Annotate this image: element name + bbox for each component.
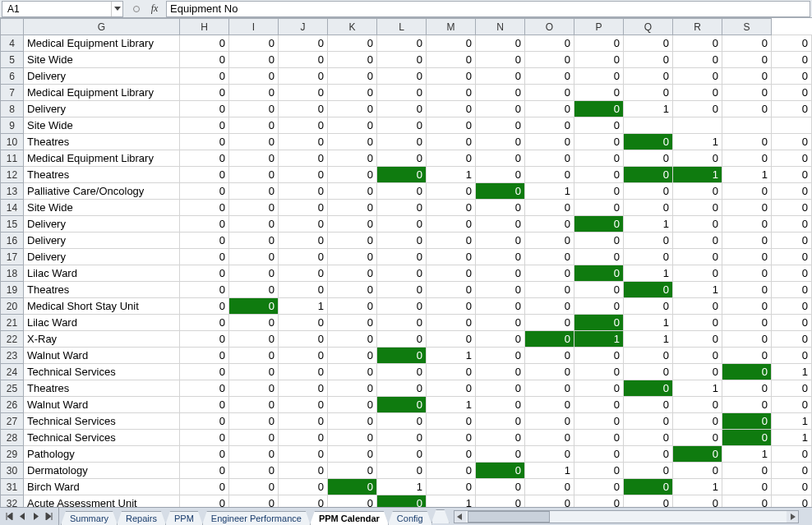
cell[interactable]: 0 (722, 249, 772, 265)
cell[interactable]: 0 (525, 249, 574, 265)
row-header[interactable]: 31 (1, 479, 24, 495)
cell[interactable]: 0 (476, 183, 525, 200)
cell[interactable]: 0 (229, 380, 279, 397)
cell[interactable]: 0 (180, 380, 229, 397)
cell[interactable]: 0 (722, 430, 772, 446)
cell[interactable]: 0 (328, 35, 377, 52)
cell[interactable]: 0 (574, 249, 624, 265)
cell[interactable]: 0 (525, 495, 574, 508)
row-header[interactable]: 4 (1, 35, 24, 52)
row-header[interactable]: 24 (1, 364, 24, 380)
cell[interactable]: 0 (427, 101, 476, 117)
cell[interactable]: 1 (279, 298, 328, 315)
cell[interactable]: 0 (279, 479, 328, 495)
cell[interactable]: 0 (377, 463, 427, 479)
cell[interactable]: 1 (525, 463, 574, 479)
cell[interactable]: Lilac Ward (24, 265, 180, 282)
cell[interactable]: 0 (574, 150, 624, 167)
row-header[interactable]: 13 (1, 183, 24, 200)
cell[interactable]: 0 (328, 430, 377, 446)
cell[interactable]: X-Ray (24, 331, 180, 348)
name-box[interactable]: A1 (2, 1, 123, 17)
cell[interactable]: 0 (673, 183, 722, 200)
cell[interactable]: 0 (229, 331, 279, 348)
tab-nav-prev[interactable] (16, 510, 29, 523)
cell[interactable]: 0 (377, 348, 427, 364)
cell[interactable]: Theatres (24, 167, 180, 183)
cell[interactable]: 0 (328, 150, 377, 167)
cell[interactable]: 0 (476, 446, 525, 463)
cell[interactable]: 0 (180, 397, 229, 413)
row-header[interactable]: 16 (1, 233, 24, 249)
cell[interactable]: 0 (624, 85, 673, 101)
sheet-tab[interactable]: Config (388, 511, 432, 525)
new-sheet-tab[interactable] (431, 509, 450, 523)
cell[interactable]: 0 (279, 463, 328, 479)
cell[interactable]: 0 (673, 233, 722, 249)
row-header[interactable]: 11 (1, 150, 24, 167)
cell[interactable]: 0 (525, 216, 574, 233)
cell[interactable]: 0 (624, 446, 673, 463)
cell[interactable]: 0 (279, 495, 328, 508)
cell[interactable]: Technical Services (24, 430, 180, 446)
formula-input[interactable]: Equipment No (166, 1, 810, 17)
cell[interactable]: 0 (722, 364, 772, 380)
cell[interactable]: 0 (722, 282, 772, 298)
cell[interactable]: 0 (624, 167, 673, 183)
cell[interactable]: 0 (574, 413, 624, 430)
cell[interactable]: 0 (229, 85, 279, 101)
cell[interactable]: 0 (229, 479, 279, 495)
row-header[interactable]: 23 (1, 348, 24, 364)
cell[interactable]: 0 (180, 463, 229, 479)
cell[interactable]: 0 (377, 298, 427, 315)
cell[interactable]: 0 (624, 364, 673, 380)
cell[interactable]: 0 (525, 233, 574, 249)
cell[interactable]: 0 (279, 216, 328, 233)
cell[interactable]: 0 (427, 298, 476, 315)
cell[interactable]: 0 (180, 446, 229, 463)
cell[interactable]: 0 (574, 233, 624, 249)
sheet-tab[interactable]: Repairs (117, 511, 166, 525)
cell[interactable]: 0 (673, 446, 722, 463)
cell[interactable]: 0 (574, 183, 624, 200)
column-header[interactable]: P (574, 19, 624, 35)
cell[interactable]: 0 (279, 134, 328, 150)
cell[interactable]: 1 (624, 216, 673, 233)
cell[interactable]: 0 (772, 216, 812, 233)
cell[interactable]: 1 (673, 167, 722, 183)
cell[interactable]: 0 (427, 233, 476, 249)
cell[interactable]: 0 (476, 233, 525, 249)
row-header[interactable]: 10 (1, 134, 24, 150)
sheet-tab[interactable]: Engineer Performance (202, 511, 311, 525)
cell[interactable]: 0 (525, 413, 574, 430)
cell[interactable]: 0 (772, 101, 812, 117)
cell[interactable] (772, 117, 812, 134)
cell[interactable]: 0 (476, 68, 525, 85)
cell[interactable]: 0 (722, 298, 772, 315)
cell[interactable]: 0 (476, 331, 525, 348)
cell[interactable]: 0 (525, 348, 574, 364)
cell[interactable]: Delivery (24, 233, 180, 249)
cell[interactable]: 0 (574, 348, 624, 364)
cell[interactable]: 0 (722, 200, 772, 216)
cell[interactable]: 0 (525, 446, 574, 463)
cell[interactable]: 0 (180, 85, 229, 101)
cell[interactable]: Lilac Ward (24, 315, 180, 331)
cell[interactable]: 0 (377, 68, 427, 85)
cell[interactable]: 0 (574, 495, 624, 508)
cell[interactable]: 0 (229, 495, 279, 508)
cell[interactable]: 0 (772, 68, 812, 85)
cell[interactable]: 0 (525, 364, 574, 380)
cell[interactable]: 0 (574, 282, 624, 298)
cell[interactable]: 0 (772, 134, 812, 150)
cell[interactable]: 0 (525, 35, 574, 52)
cell[interactable]: 0 (279, 249, 328, 265)
scroll-right-button[interactable] (787, 511, 798, 523)
cell[interactable]: 0 (525, 134, 574, 150)
cell[interactable]: 0 (377, 216, 427, 233)
cell[interactable]: 0 (427, 364, 476, 380)
cell[interactable]: 0 (772, 85, 812, 101)
cell[interactable]: 0 (722, 233, 772, 249)
cell[interactable]: 0 (673, 364, 722, 380)
cell[interactable]: 0 (427, 85, 476, 101)
